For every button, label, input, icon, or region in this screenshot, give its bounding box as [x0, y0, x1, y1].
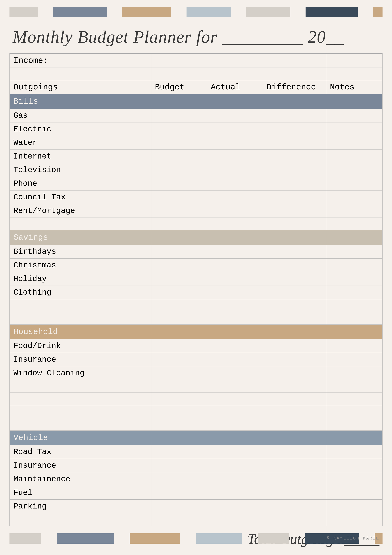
row-label-christmas: Christmas: [10, 258, 151, 272]
table-row: Rent/Mortgage: [10, 204, 382, 218]
bills-label: Bills: [10, 94, 382, 109]
row-label-clothing: Clothing: [10, 286, 151, 299]
savings-label: Savings: [10, 230, 382, 245]
table-row: Clothing: [10, 286, 382, 299]
spacer-row-household3: [10, 405, 382, 418]
vehicle-section-header: Vehicle: [10, 431, 382, 445]
table-row: Electric: [10, 123, 382, 136]
spacer-row-savings1: [10, 299, 382, 312]
bottom-color-block-5: [258, 533, 289, 544]
table-row: Holiday: [10, 272, 382, 286]
spacer-row-household1: [10, 380, 382, 393]
row-label: Maintainence: [10, 472, 151, 486]
row-label: Fuel: [10, 486, 151, 500]
bills-section-header: Bills: [10, 94, 382, 109]
bottom-color-block-4: [196, 533, 242, 544]
vehicle-label: Vehicle: [10, 431, 382, 445]
table-row: Insurance: [10, 353, 382, 366]
row-label: Food/Drink: [10, 339, 151, 353]
row-label: Gas: [10, 109, 151, 123]
color-block-2: [53, 7, 107, 17]
col-notes-header: Notes: [326, 80, 382, 94]
table-row: Maintainence: [10, 472, 382, 486]
budget-table: Income: Outgoings Budget Actual Differen…: [10, 54, 382, 526]
spacer-row-1: [10, 68, 382, 80]
table-row: Television: [10, 163, 382, 177]
title-area: Monthly Budget Planner for _________ 20_…: [0, 19, 392, 53]
table-row: Christmas: [10, 258, 382, 272]
col-budget-header: Budget: [151, 80, 207, 94]
color-block-6: [306, 7, 358, 17]
income-row: Income:: [10, 54, 382, 68]
spacer-row-household4: [10, 418, 382, 431]
income-budget-cell: [151, 54, 207, 68]
table-row: Road Tax: [10, 445, 382, 459]
table-row: Internet: [10, 150, 382, 163]
table-row: Fuel: [10, 486, 382, 500]
row-label: Electric: [10, 123, 151, 136]
table-row: Parking: [10, 500, 382, 513]
household-section-header: Household: [10, 325, 382, 339]
bottom-color-block-1: [9, 533, 41, 544]
row-label: Water: [10, 136, 151, 150]
copyright-label: © Kayleigh Marie: [327, 536, 379, 541]
row-label: Internet: [10, 150, 151, 163]
table-row: Insurance: [10, 459, 382, 472]
table-row: Food/Drink: [10, 339, 382, 353]
savings-section-header: Savings: [10, 230, 382, 245]
column-header-row: Outgoings Budget Actual Difference Notes: [10, 80, 382, 94]
col-actual-header: Actual: [207, 80, 263, 94]
spacer-row-bills: [10, 218, 382, 230]
spacer-row-savings2: [10, 312, 382, 325]
row-label: Insurance: [10, 459, 151, 472]
row-label: Holiday: [10, 272, 151, 286]
budget-table-container: Income: Outgoings Budget Actual Differen…: [9, 53, 383, 526]
row-label: Phone: [10, 177, 151, 190]
top-color-bar: [0, 5, 392, 19]
row-label-window-cleaning: Window Cleaning: [10, 366, 151, 380]
income-actual-cell: [207, 54, 263, 68]
row-label: Television: [10, 163, 151, 177]
color-block-1: [9, 7, 38, 17]
table-row: Birthdays: [10, 245, 382, 258]
spacer-row-household2: [10, 393, 382, 405]
row-label: Birthdays: [10, 245, 151, 258]
spacer-row-vehicle: [10, 513, 382, 526]
income-diff-cell: [263, 54, 326, 68]
color-block-3: [122, 7, 171, 17]
row-label: Road Tax: [10, 445, 151, 459]
row-label: Parking: [10, 500, 151, 513]
page-title: Monthly Budget Planner for _________ 20_…: [13, 27, 344, 46]
color-block-4: [186, 7, 231, 17]
table-row: Window Cleaning: [10, 366, 382, 380]
col-outgoings-header: Outgoings: [10, 80, 151, 94]
table-row: Phone: [10, 177, 382, 190]
row-label: Rent/Mortgage: [10, 204, 151, 218]
income-label: Income:: [10, 54, 151, 68]
bottom-color-block-3: [130, 533, 180, 544]
bottom-color-block-2: [57, 533, 114, 544]
color-block-7: [373, 7, 383, 17]
table-row: Gas: [10, 109, 382, 123]
row-label: Insurance: [10, 353, 151, 366]
table-row: Water: [10, 136, 382, 150]
color-block-5: [246, 7, 290, 17]
row-label: Council Tax: [10, 190, 151, 204]
income-notes-cell: [326, 54, 382, 68]
col-difference-header: Difference: [263, 80, 326, 94]
table-row: Council Tax: [10, 190, 382, 204]
household-label: Household: [10, 325, 382, 339]
